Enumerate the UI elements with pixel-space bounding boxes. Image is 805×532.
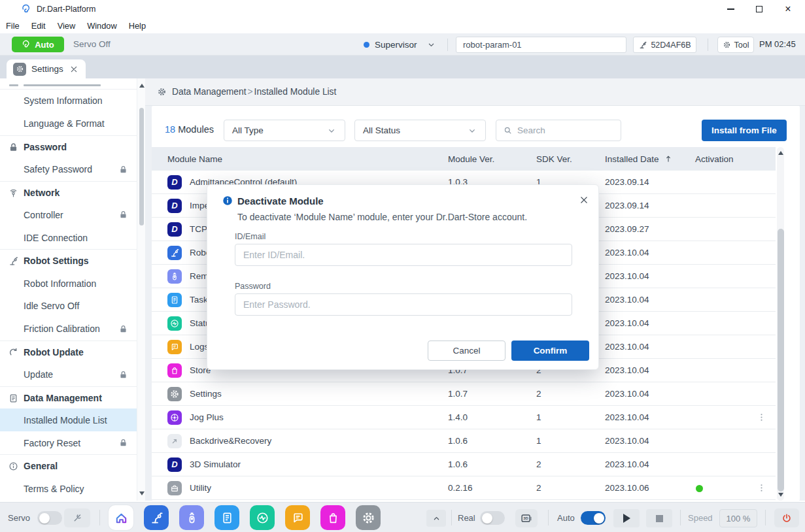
app-remote-icon[interactable] (179, 505, 204, 530)
close-icon[interactable] (578, 194, 590, 206)
id-email-label: ID/Email (235, 232, 265, 241)
sidebar-item-label: Robot Information (24, 278, 96, 289)
sidebar-item-password[interactable]: Password (0, 135, 137, 158)
sidebar-item-update[interactable]: Update (0, 363, 137, 386)
utility-icon (169, 483, 180, 493)
module-version: 1.0.6 (448, 453, 468, 476)
toggle-knob (39, 513, 50, 524)
store-icon (326, 510, 341, 525)
column-header-activation[interactable]: Activation (695, 147, 734, 171)
stop-button[interactable] (646, 509, 672, 527)
search-input[interactable] (517, 125, 614, 135)
column-header-installed-date[interactable]: Installed Date (605, 147, 673, 171)
sidebar-item-label: Update (24, 369, 53, 380)
robot-param-input[interactable] (456, 37, 626, 53)
scrollbar-thumb[interactable] (139, 108, 144, 225)
menu-file[interactable]: File (5, 21, 26, 31)
cancel-button[interactable]: Cancel (428, 341, 505, 361)
serial-badge[interactable]: 52D4AF6B (633, 37, 696, 53)
sidebar-scrollbar[interactable] (137, 78, 145, 501)
tool-button[interactable]: Tool (717, 37, 754, 53)
sidebar-item-ide-connection[interactable]: IDE Connection (0, 226, 137, 249)
table-row-jog-plus[interactable]: Jog Plus1.4.012023.10.04 (152, 406, 776, 429)
role-selector[interactable]: Supervisor (364, 37, 436, 52)
id-email-field[interactable] (235, 244, 572, 266)
scroll-up-icon[interactable] (778, 151, 783, 155)
app-gear-icon[interactable] (356, 505, 381, 530)
toggle-knob (594, 513, 604, 524)
row-menu-icon[interactable] (756, 412, 767, 423)
app-taskbuilder-icon[interactable] (214, 505, 239, 530)
table-row-3d-simulator[interactable]: D3D Simulator1.0.622023.10.04 (152, 453, 776, 476)
column-header-module-ver[interactable]: Module Ver. (448, 147, 494, 171)
maximize-button[interactable] (745, 0, 774, 18)
row-menu-icon[interactable] (756, 482, 767, 493)
servo-toggle[interactable] (37, 511, 62, 525)
3d-view-button[interactable]: 3D (515, 509, 538, 527)
table-scrollbar[interactable] (777, 147, 784, 501)
sidebar-item-label: Robot Update (24, 347, 84, 357)
play-button[interactable] (613, 509, 640, 527)
status-icon (169, 318, 180, 329)
spiral-icon (22, 40, 31, 49)
sidebar-item-label: Language & Format (24, 118, 105, 129)
sidebar-item-installed-module-list[interactable]: Installed Module List (0, 408, 137, 431)
app-home-icon[interactable] (109, 505, 133, 530)
expand-button[interactable] (426, 510, 446, 527)
dart-module-icon: D (167, 457, 182, 472)
table-row-settings[interactable]: Settings1.0.722023.10.04 (152, 382, 776, 406)
stop-icon (656, 515, 663, 522)
minimize-button[interactable] (716, 0, 745, 18)
type-filter-select[interactable]: All Type (224, 120, 345, 141)
scroll-up-icon[interactable] (139, 84, 145, 88)
sidebar-item-general[interactable]: General (0, 454, 137, 477)
menu-view[interactable]: View (57, 21, 82, 31)
table-row-backdrive-recovery[interactable]: Backdrive&Recovery1.0.612023.10.04 (152, 429, 776, 453)
close-button[interactable]: × (774, 0, 802, 18)
menu-window[interactable]: Window (86, 21, 123, 31)
table-row-utility[interactable]: Utility0.2.1622023.10.06 (152, 476, 776, 500)
column-header-sdk-ver[interactable]: SDK Ver. (536, 147, 572, 171)
sidebar-item-friction-calibration[interactable]: Friction Calibration (0, 318, 137, 341)
sidebar-item-terms-policy[interactable]: Terms & Policy (0, 477, 137, 500)
sidebar-item-controller[interactable]: Controller (0, 203, 137, 226)
speed-value-box[interactable]: 100 % (719, 509, 757, 527)
menu-help[interactable]: Help (128, 21, 152, 31)
sidebar-item-robot-update[interactable]: Robot Update (0, 341, 137, 363)
menu-edit[interactable]: Edit (31, 21, 52, 31)
sidebar-item-data-management[interactable]: Data Management (0, 386, 137, 409)
sidebar-item-robot-information[interactable]: Robot Information (0, 272, 137, 295)
sidebar-item-factory-reset[interactable]: Factory Reset (0, 431, 137, 454)
arrow_ne-module-icon (167, 434, 182, 448)
power-button[interactable] (774, 508, 799, 527)
sidebar-item-robot-settings[interactable]: Robot Settings (0, 249, 137, 272)
scrollbar-thumb[interactable] (778, 229, 784, 491)
sidebar-item-idle-servo-off[interactable]: Idle Servo Off (0, 295, 137, 318)
divider (765, 510, 766, 525)
scroll-down-icon[interactable] (139, 491, 145, 495)
install-from-file-button[interactable]: Install from File (702, 120, 787, 141)
scroll-down-icon[interactable] (778, 493, 783, 497)
confirm-button[interactable]: Confirm (511, 341, 589, 361)
3d-icon: 3D (519, 511, 534, 525)
tab-settings[interactable]: Settings (7, 59, 86, 78)
status-filter-select[interactable]: All Status (354, 120, 486, 141)
sidebar-item-system-information[interactable]: System Information (0, 90, 137, 112)
password-field[interactable] (235, 293, 572, 316)
sidebar-item-safety-password[interactable]: Safety Password (0, 158, 137, 181)
divider (548, 510, 549, 525)
logs-module-icon (167, 340, 182, 354)
auto-toggle[interactable] (581, 511, 606, 525)
app-store-icon[interactable] (320, 505, 345, 530)
real-toggle[interactable] (480, 511, 505, 525)
sidebar-item-network[interactable]: Network (0, 181, 137, 204)
app-robot-icon[interactable] (144, 505, 169, 530)
app-status-icon[interactable] (250, 505, 275, 530)
mode-badge[interactable]: Auto (12, 37, 64, 52)
column-header-module-name[interactable]: Module Name (167, 147, 222, 171)
tool-config-button[interactable] (64, 508, 90, 527)
app-logs-icon[interactable] (285, 505, 310, 530)
installed-date: 2023.10.04 (605, 382, 649, 405)
sidebar-item-language-format[interactable]: Language & Format (0, 112, 137, 135)
tab-close-icon[interactable] (69, 64, 79, 75)
